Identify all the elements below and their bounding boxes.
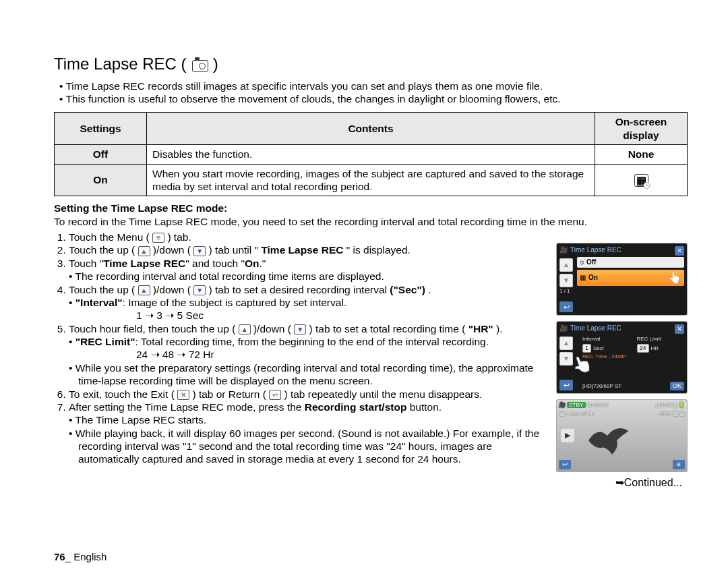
camera-icon: 🎥 bbox=[559, 402, 566, 408]
step-1: Touch the Menu ( ) tab. bbox=[69, 231, 551, 243]
label-format: [HD]720/60P SF bbox=[582, 383, 621, 390]
col-contents: Contents bbox=[147, 113, 595, 145]
continued-label: ➥Continued... bbox=[54, 476, 682, 490]
cell-display: ▦ bbox=[595, 164, 688, 196]
intro-item: This function is useful to observe the m… bbox=[59, 92, 688, 105]
cell-setting: Off bbox=[55, 145, 147, 164]
page-language: English bbox=[73, 551, 107, 562]
back-button: ↩ bbox=[559, 460, 571, 469]
value-hr: 24 bbox=[637, 344, 649, 353]
mode-subhead: Setting the Time Lapse REC mode: bbox=[54, 202, 688, 214]
step-7-sub2: While playing back, it will display 60 i… bbox=[69, 427, 551, 466]
up-icon bbox=[138, 246, 150, 256]
step-5-sub2: While you set the preparatory settings (… bbox=[69, 361, 551, 388]
cell-content: When you start movie recording, images o… bbox=[147, 164, 595, 196]
table-row: On When you start movie recording, image… bbox=[55, 164, 688, 196]
down-icon bbox=[294, 324, 306, 334]
ok-button: OK bbox=[670, 382, 684, 390]
up-button: ▲ bbox=[559, 337, 573, 350]
up-icon bbox=[138, 285, 150, 295]
camcorder-icon bbox=[192, 55, 208, 76]
cell-setting: On bbox=[55, 164, 147, 196]
col-settings: Settings bbox=[55, 113, 147, 145]
screenshot-preview: 🎥 STBY 00:00:00 [307Min] 🔋 ▦ 1 Sec 24 Hr… bbox=[556, 399, 688, 472]
page-indicator: 1 / 1 bbox=[559, 288, 570, 295]
title-text: Time Lapse REC ( bbox=[54, 55, 187, 73]
reclimit-sequence: 24 ➝ 48 ➝ 72 Hr bbox=[78, 348, 551, 361]
close-icon: ✕ bbox=[675, 324, 684, 334]
label-rectime: REC Time : 24Min bbox=[582, 353, 684, 360]
step-7-sub1: The Time Lapse REC starts. bbox=[69, 413, 551, 426]
timelapse-osd-icon: ▦ bbox=[634, 174, 648, 187]
step-6: To exit, touch the Exit ( ) tab or Retur… bbox=[69, 388, 551, 401]
step-7: After setting the Time Lapse REC mode, p… bbox=[69, 401, 551, 466]
page-footer: 76_ English bbox=[54, 551, 107, 564]
camera-icon: 🎥 bbox=[559, 246, 568, 255]
hand-pointer-icon: 👆 bbox=[668, 271, 681, 285]
page-title: Time Lapse REC ( ) bbox=[54, 54, 688, 76]
page-number: 76 bbox=[54, 551, 65, 562]
up-icon bbox=[239, 324, 251, 334]
label-stby: STBY bbox=[567, 402, 585, 408]
play-button: ▶ bbox=[561, 429, 574, 442]
camera-icon: 🎥 bbox=[559, 324, 568, 333]
option-off: ⦸Off bbox=[577, 257, 684, 268]
intro-list: Time Lapse REC records still images at s… bbox=[59, 80, 688, 106]
mode-subtext: To record in the Time Lapse REC mode, yo… bbox=[54, 215, 688, 228]
down-button: ▼ bbox=[559, 274, 573, 287]
cell-content: Disables the function. bbox=[147, 145, 595, 164]
col-display: On-screen display bbox=[595, 113, 688, 145]
label-interval: Interval bbox=[582, 336, 630, 343]
close-icon: ✕ bbox=[675, 246, 684, 256]
intro-item: Time Lapse REC records still images at s… bbox=[59, 80, 688, 92]
back-button: ↩ bbox=[559, 301, 573, 312]
menu-icon bbox=[152, 233, 164, 243]
screenshot-menu-onoff: 🎥Time Lapse REC ✕ ▲ ▼ ⦸Off ▦On👆 1 / 1 ↩ bbox=[556, 243, 688, 316]
up-button: ▲ bbox=[559, 258, 573, 272]
label-reclimit: REC Limit bbox=[637, 336, 685, 343]
step-3: Touch "Time Lapse REC" and touch "On." T… bbox=[69, 257, 551, 283]
screenshot-interval: 🎥Time Lapse REC ✕ ▲ ▼ 👆 Interval REC Lim… bbox=[556, 321, 688, 394]
exit-icon bbox=[177, 390, 189, 400]
table-row: Off Disables the function. None bbox=[55, 145, 688, 164]
step-5-sub1: "REC Limit": Total recording time, from … bbox=[69, 335, 551, 361]
screenshots-column: 🎥Time Lapse REC ✕ ▲ ▼ ⦸Off ▦On👆 1 / 1 ↩ … bbox=[556, 243, 688, 472]
step-2: Touch the up ( )/down ( ) tab until " Ti… bbox=[69, 243, 551, 256]
bird-silhouette-icon bbox=[584, 420, 631, 461]
return-icon bbox=[269, 390, 281, 400]
menu-button: ≡ bbox=[673, 460, 685, 469]
steps-list: Touch the Menu ( ) tab. Touch the up ( )… bbox=[54, 231, 551, 466]
step-4-sub: "Interval": Image of the subject is capt… bbox=[69, 296, 551, 322]
option-on: ▦On👆 bbox=[577, 270, 684, 286]
step-4: Touch the up ( )/down ( ) tab to set a d… bbox=[69, 283, 551, 322]
down-icon bbox=[193, 246, 206, 256]
interval-sequence: 1 ➝ 3 ➝ 5 Sec bbox=[78, 309, 551, 322]
settings-table: Settings Contents On-screen display Off … bbox=[54, 112, 688, 196]
step-3-sub: The recording interval and total recordi… bbox=[69, 270, 551, 283]
cell-display: None bbox=[595, 145, 688, 164]
title-end: ) bbox=[213, 55, 218, 73]
down-icon bbox=[193, 285, 206, 295]
back-button: ↩ bbox=[559, 380, 573, 390]
step-5: Touch hour field, then touch the up ( )/… bbox=[69, 322, 551, 388]
